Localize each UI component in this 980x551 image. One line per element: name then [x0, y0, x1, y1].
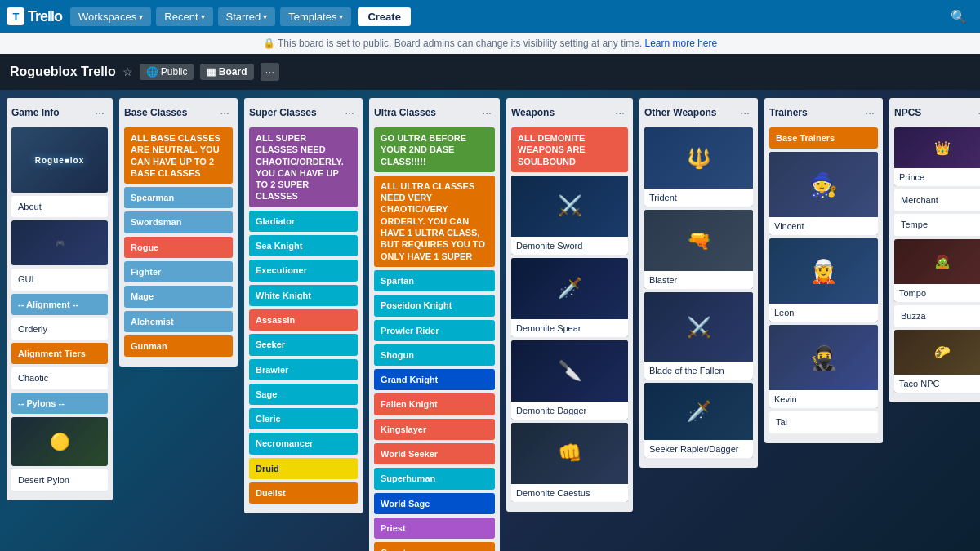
card-alchemist[interactable]: Alchemist — [124, 311, 233, 332]
card-demonite-caestus[interactable]: 👊 Demonite Caestus — [511, 423, 628, 502]
card-mage[interactable]: Mage — [124, 286, 233, 307]
card-kevin[interactable]: 🥷 Kevin — [769, 325, 878, 408]
card-gunman[interactable]: Gunman — [124, 335, 233, 357]
card-gui[interactable]: GUI — [11, 269, 108, 290]
card-tempe[interactable]: Tempe — [894, 214, 980, 235]
column-menu-npcs[interactable]: ··· — [974, 104, 980, 121]
card-kingslayer[interactable]: Kingslayer — [374, 419, 495, 440]
card-spartan[interactable]: Spartan — [374, 270, 495, 291]
starred-button[interactable]: Starred ▾ — [218, 7, 276, 26]
card-brawler[interactable]: Brawler — [249, 359, 358, 380]
card-sea-knight[interactable]: Sea Knight — [249, 235, 358, 256]
card-demonite-sword[interactable]: ⚔️ Demonite Sword — [511, 176, 628, 255]
card-blaster[interactable]: 🔫 Blaster — [644, 210, 753, 289]
card-superhuman[interactable]: Superhuman — [374, 468, 495, 489]
card-orderly[interactable]: Orderly — [11, 318, 108, 340]
star-button[interactable]: ☆ — [122, 65, 133, 78]
card-leon[interactable]: 🧝 Leon — [769, 238, 878, 322]
column-menu-trainers[interactable]: ··· — [862, 104, 878, 121]
card-sage[interactable]: Sage — [249, 384, 358, 405]
column-header-trainers: Trainers ··· — [769, 104, 878, 121]
search-button[interactable]: 🔍 — [944, 6, 973, 28]
card-white-knight[interactable]: White Knight — [249, 285, 358, 306]
card-executioner[interactable]: Executioner — [249, 260, 358, 281]
vincent-icon: 🧙 — [809, 171, 838, 198]
column-weapons: Weapons ··· ALL DEMONITE WEAPONS ARE SOU… — [506, 98, 633, 512]
card-world-sage[interactable]: World Sage — [374, 493, 495, 514]
card-fighter[interactable]: Fighter — [124, 261, 233, 282]
card-demonite-spear[interactable]: 🗡️ Demonite Spear — [511, 258, 628, 337]
card-buzza[interactable]: Buzza — [894, 305, 980, 327]
card-tai[interactable]: Tai — [769, 411, 878, 433]
visibility-icon: 🌐 — [146, 66, 158, 78]
more-button[interactable]: ··· — [261, 63, 280, 81]
column-header-weapons: Weapons ··· — [511, 104, 628, 121]
card-poseidon-knight[interactable]: Poseidon Knight — [374, 295, 495, 316]
card-prince-img[interactable]: 👑 Prince — [894, 127, 980, 186]
card-swordsman[interactable]: Swordsman — [124, 211, 233, 233]
column-menu-weapons[interactable]: ··· — [612, 104, 628, 121]
card-merchant[interactable]: Merchant — [894, 189, 980, 211]
card-pylons-header[interactable]: -- Pylons -- — [11, 393, 108, 414]
card-prowler-rider[interactable]: Prowler Rider — [374, 320, 495, 341]
column-base-classes: Base Classes ··· ALL BASE CLASSES ARE NE… — [119, 98, 238, 367]
column-menu-other-weapons[interactable]: ··· — [737, 104, 753, 121]
card-about[interactable]: About — [11, 196, 108, 217]
card-desert-pylon[interactable]: Desert Pylon — [11, 469, 108, 491]
card-seeker[interactable]: Seeker — [249, 334, 358, 355]
card-seeker-rapier[interactable]: 🗡️ Seeker Rapier/Dagger — [644, 383, 753, 458]
desert-pylon-image[interactable]: 🟡 — [11, 417, 108, 466]
kevin-label: Kevin — [769, 390, 878, 408]
create-button[interactable]: Create — [358, 7, 410, 26]
column-menu-super-classes[interactable]: ··· — [341, 104, 358, 121]
card-weapons-notice[interactable]: ALL DEMONITE WEAPONS ARE SOULBOUND — [511, 127, 628, 172]
visibility-button[interactable]: 🌐 Public — [140, 64, 194, 80]
card-chaotic[interactable]: Chaotic — [11, 367, 108, 389]
card-blade-fallen[interactable]: ⚔️ Blade of the Fallen — [644, 292, 753, 380]
board-title: Rogueblox Trello — [10, 64, 116, 79]
prince-icon: 👑 — [934, 140, 951, 156]
card-priest[interactable]: Priest — [374, 518, 495, 539]
recent-label: Recent — [164, 11, 198, 23]
card-base-notice[interactable]: ALL BASE CLASSES ARE NEUTRAL. YOU CAN HA… — [124, 127, 233, 184]
card-rogue[interactable]: Rogue — [124, 237, 233, 258]
card-ultra-notice1[interactable]: GO ULTRA BEFORE YOUR 2ND BASE CLASS!!!!! — [374, 127, 495, 172]
card-ultra-notice2[interactable]: ALL ULTRA CLASSES NEED VERY CHAOTIC/VERY… — [374, 176, 495, 267]
column-menu-base-classes[interactable]: ··· — [216, 104, 233, 121]
card-demonite-dagger[interactable]: 🔪 Demonite Dagger — [511, 340, 628, 420]
column-menu-game-info[interactable]: ··· — [91, 104, 108, 121]
card-spearman[interactable]: Spearman — [124, 187, 233, 208]
card-cleric[interactable]: Cleric — [249, 408, 358, 429]
game-logo-card[interactable]: Rogue■lox — [11, 127, 108, 193]
card-world-seeker[interactable]: World Seeker — [374, 443, 495, 464]
gui-image-card[interactable]: 🎮 — [11, 220, 108, 265]
trello-logo[interactable]: T Trello — [7, 7, 62, 25]
starred-label: Starred — [226, 11, 261, 23]
column-title-npcs: NPCS — [894, 107, 921, 118]
column-title-trainers: Trainers — [769, 107, 808, 118]
card-druid[interactable]: Druid — [249, 458, 358, 479]
card-necromancer[interactable]: Necromancer — [249, 433, 358, 454]
workspaces-button[interactable]: Workspaces ▾ — [70, 7, 151, 26]
templates-button[interactable]: Templates ▾ — [280, 7, 351, 26]
card-alignment-header[interactable]: -- Alignment -- — [11, 294, 108, 315]
board-view-button[interactable]: ▦ Board — [200, 64, 253, 80]
card-base-trainers[interactable]: Base Trainers — [769, 127, 878, 149]
card-trident[interactable]: 🔱 Trident — [644, 127, 753, 207]
templates-label: Templates — [288, 11, 336, 23]
card-grand-knight[interactable]: Grand Knight — [374, 369, 495, 390]
card-assassin[interactable]: Assassin — [249, 309, 358, 331]
card-super-notice[interactable]: ALL SUPER CLASSES NEED CHAOTIC/ORDERLY. … — [249, 127, 358, 207]
notice-link[interactable]: Learn more here — [644, 38, 717, 49]
column-menu-ultra-classes[interactable]: ··· — [479, 104, 495, 121]
card-taco-npc[interactable]: 🌮 Taco NPC — [894, 330, 980, 393]
card-tompo-img[interactable]: 🧟 Tompo — [894, 239, 980, 302]
card-duelist[interactable]: Duelist — [249, 482, 358, 504]
card-vincent[interactable]: 🧙 Vincent — [769, 152, 878, 235]
card-gladiator[interactable]: Gladiator — [249, 211, 358, 232]
card-coyote[interactable]: Coyote — [374, 542, 495, 551]
recent-button[interactable]: Recent ▾ — [156, 7, 212, 26]
card-fallen-knight[interactable]: Fallen Knight — [374, 393, 495, 415]
card-alignment-tiers[interactable]: Alignment Tiers — [11, 343, 108, 364]
card-shogun[interactable]: Shogun — [374, 344, 495, 366]
